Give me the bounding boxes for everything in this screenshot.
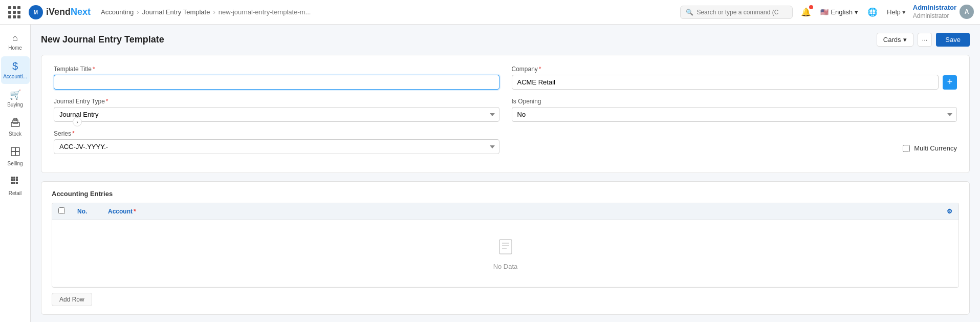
required-star-account: * bbox=[134, 208, 136, 215]
accounting-entries-section: Accounting Entries No. Account* ⚙ bbox=[41, 181, 970, 315]
cards-chevron-icon: ▾ bbox=[903, 36, 907, 44]
is-opening-label: Is Opening bbox=[512, 98, 957, 105]
form-row-1: Template Title* Company* + bbox=[54, 66, 957, 90]
header-actions: Cards ▾ ··· Save bbox=[877, 33, 970, 47]
user-display-name: Administrator bbox=[913, 4, 956, 11]
journal-entry-type-group: Journal Entry Type* Journal Entry bbox=[54, 98, 499, 122]
language-selector[interactable]: 🇺🇸 English ▾ bbox=[820, 8, 858, 16]
svg-rect-11 bbox=[16, 177, 18, 179]
breadcrumb-accounting[interactable]: Accounting bbox=[101, 8, 134, 16]
col-header-no: No. bbox=[71, 203, 102, 220]
required-star-series: * bbox=[72, 130, 75, 137]
company-row: + bbox=[512, 75, 957, 90]
user-role: Administrator bbox=[913, 12, 949, 19]
col-header-account: Account* bbox=[102, 203, 940, 220]
form-row-2: Journal Entry Type* Journal Entry Is Ope… bbox=[54, 98, 957, 122]
language-label: English bbox=[831, 8, 853, 16]
navbar-actions: 🔔 🇺🇸 English ▾ 🌐 Help ▾ Administrator Ad… bbox=[799, 4, 974, 20]
user-avatar: A bbox=[960, 5, 974, 19]
breadcrumb-sep-1: › bbox=[137, 8, 139, 16]
notification-badge bbox=[809, 5, 813, 9]
help-button[interactable]: Help ▾ bbox=[887, 8, 906, 16]
sidebar-item-selling[interactable]: Selling bbox=[1, 142, 30, 171]
multi-currency-row: Multi Currency bbox=[903, 144, 957, 152]
logo-circle: M bbox=[29, 5, 43, 19]
form-card: Template Title* Company* + J bbox=[41, 55, 970, 173]
collapse-toggle[interactable]: › bbox=[73, 117, 82, 126]
svg-rect-17 bbox=[16, 182, 18, 184]
sidebar-item-stock-label: Stock bbox=[9, 131, 21, 137]
globe-icon[interactable]: 🌐 bbox=[865, 5, 880, 19]
page-title: New Journal Entry Template bbox=[41, 34, 164, 45]
col-header-checkbox bbox=[52, 203, 71, 220]
company-input[interactable] bbox=[512, 75, 939, 90]
logo-iVend-text: iVend bbox=[46, 7, 71, 17]
sidebar-item-home[interactable]: ⌂ Home bbox=[1, 29, 30, 55]
language-chevron-icon: ▾ bbox=[855, 8, 858, 16]
template-title-input[interactable] bbox=[54, 75, 499, 90]
journal-entry-type-select[interactable]: Journal Entry bbox=[54, 107, 499, 122]
sidebar-item-retail-label: Retail bbox=[9, 190, 22, 197]
main-content: New Journal Entry Template Cards ▾ ··· S… bbox=[31, 25, 980, 322]
svg-rect-16 bbox=[13, 182, 15, 184]
breadcrumb-sep-2: › bbox=[213, 8, 215, 16]
entries-table-wrap: No. Account* ⚙ bbox=[52, 203, 959, 288]
required-star-jet: * bbox=[106, 98, 108, 105]
multi-currency-group: Multi Currency bbox=[512, 130, 957, 154]
svg-rect-5 bbox=[11, 147, 15, 152]
search-input[interactable] bbox=[696, 9, 778, 16]
is-opening-select[interactable]: No Yes bbox=[512, 107, 957, 122]
sidebar-item-accounting[interactable]: $ Accounti... bbox=[1, 56, 30, 84]
required-star-company: * bbox=[539, 66, 541, 73]
stock-icon bbox=[10, 117, 20, 130]
required-star-title: * bbox=[93, 66, 95, 73]
breadcrumb-current: new-journal-entry-template-m... bbox=[219, 8, 311, 16]
svg-rect-8 bbox=[15, 152, 19, 156]
multi-currency-label: Multi Currency bbox=[914, 144, 957, 152]
accounting-entries-title: Accounting Entries bbox=[52, 190, 959, 198]
svg-rect-10 bbox=[13, 177, 15, 179]
page-header: New Journal Entry Template Cards ▾ ··· S… bbox=[41, 33, 970, 47]
sidebar-item-selling-label: Selling bbox=[7, 161, 23, 167]
no-data-icon bbox=[69, 237, 942, 259]
sidebar-item-stock[interactable]: Stock bbox=[1, 113, 30, 141]
journal-entry-type-label: Journal Entry Type* bbox=[54, 98, 499, 105]
apps-grid-icon[interactable] bbox=[6, 4, 23, 20]
add-row-label: Add Row bbox=[59, 296, 84, 303]
sidebar-item-retail[interactable]: Retail bbox=[1, 172, 30, 201]
svg-rect-9 bbox=[11, 177, 13, 179]
is-opening-group: Is Opening No Yes bbox=[512, 98, 957, 122]
save-button[interactable]: Save bbox=[936, 33, 970, 47]
cards-label: Cards bbox=[883, 36, 901, 44]
selling-icon bbox=[10, 146, 20, 159]
more-options-button[interactable]: ··· bbox=[918, 33, 932, 47]
sidebar-item-buying-label: Buying bbox=[7, 102, 23, 108]
sidebar-item-buying[interactable]: 🛒 Buying bbox=[1, 85, 30, 112]
buying-icon: 🛒 bbox=[10, 89, 21, 100]
search-box[interactable]: 🔍 bbox=[680, 6, 793, 19]
svg-rect-14 bbox=[16, 179, 18, 181]
multi-currency-checkbox[interactable] bbox=[903, 145, 910, 152]
user-info[interactable]: Administrator Administrator A bbox=[913, 4, 974, 20]
navbar: M iVendNext Accounting › Journal Entry T… bbox=[0, 0, 980, 25]
col-header-settings: ⚙ bbox=[940, 203, 959, 220]
add-row-button[interactable]: Add Row bbox=[52, 293, 92, 306]
svg-rect-15 bbox=[11, 182, 13, 184]
home-icon: ⌂ bbox=[12, 33, 18, 44]
template-title-group: Template Title* bbox=[54, 66, 499, 90]
series-select[interactable]: ACC-JV-.YYYY.- bbox=[54, 139, 499, 154]
cards-button[interactable]: Cards ▾ bbox=[877, 33, 913, 47]
company-add-button[interactable]: + bbox=[943, 75, 957, 90]
accounting-icon: $ bbox=[12, 60, 18, 72]
settings-icon[interactable]: ⚙ bbox=[947, 208, 952, 215]
sidebar: ⌂ Home $ Accounti... 🛒 Buying Stock Sell… bbox=[0, 25, 31, 322]
help-chevron-icon: ▾ bbox=[902, 8, 906, 16]
help-label: Help bbox=[887, 8, 901, 16]
svg-rect-7 bbox=[11, 152, 15, 156]
more-options-icon: ··· bbox=[922, 36, 928, 44]
select-all-checkbox[interactable] bbox=[58, 207, 65, 214]
app-logo[interactable]: M iVendNext bbox=[29, 5, 91, 19]
logo-Next-text: Next bbox=[71, 7, 91, 17]
breadcrumb-journal-entry-template[interactable]: Journal Entry Template bbox=[142, 8, 210, 16]
notifications-button[interactable]: 🔔 bbox=[799, 5, 813, 19]
